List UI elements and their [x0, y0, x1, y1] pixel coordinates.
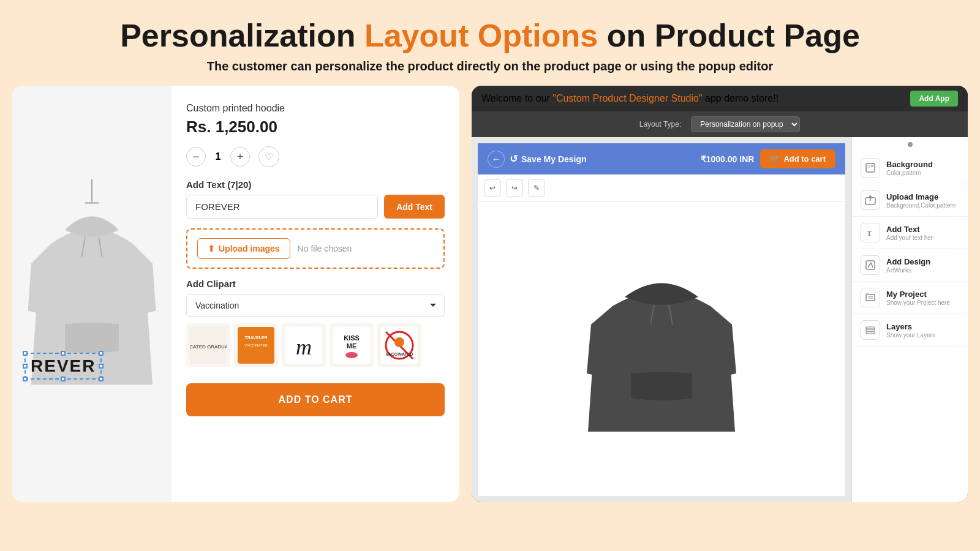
svg-text:VACCINATED: VACCINATED [244, 343, 268, 347]
popup-editor: ← ↺ Save My Design ₹1000.00 INR 🛒 Add to… [472, 137, 968, 502]
cart-icon: 🛒 [770, 154, 780, 163]
canvas-hoodie [582, 251, 741, 447]
save-design-button[interactable]: ↺ Save My Design [510, 153, 587, 165]
topbar-text2: app demo store!! [703, 93, 779, 103]
text-overlay: REVER [24, 353, 102, 380]
background-title: Background [886, 160, 933, 169]
canvas-display [478, 202, 845, 496]
layout-type-select[interactable]: Personalization on popup [691, 116, 800, 132]
upload-images-button[interactable]: ⬆ Upload images [197, 238, 290, 259]
popup-add-to-cart-label: Add to cart [783, 154, 826, 163]
redo-button[interactable]: ↪ [506, 179, 523, 197]
svg-point-18 [394, 337, 404, 347]
svg-line-29 [871, 263, 873, 268]
svg-text:m: m [296, 335, 312, 359]
upload-image-icon [861, 190, 880, 210]
svg-rect-33 [866, 329, 875, 331]
svg-text:KISS: KISS [344, 334, 360, 342]
page-subtitle: The customer can personalize the product… [12, 59, 968, 73]
editor-canvas-area: ← ↺ Save My Design ₹1000.00 INR 🛒 Add to… [472, 137, 851, 502]
title-part3: on Product Page [598, 18, 860, 53]
background-item-text: Background Color,pattern [886, 160, 933, 176]
clipart-item[interactable]: VACCINATED [377, 323, 421, 367]
layers-icon [861, 320, 880, 340]
product-price: Rs. 1,250.00 [186, 118, 445, 137]
editor-header: ← ↺ Save My Design ₹1000.00 INR 🛒 Add to… [478, 143, 845, 174]
price-label: ₹1000.00 INR [701, 154, 755, 164]
layers-title: Layers [886, 322, 935, 331]
popup-topbar: Welcome to our "Custom Product Designer … [472, 86, 968, 111]
svg-rect-24 [871, 165, 873, 167]
text-overlay-content: REVER [31, 356, 96, 375]
add-design-title: Add Design [886, 257, 930, 266]
page-title: Personalization Layout Options on Produc… [12, 18, 968, 53]
add-design-item-text: Add Design ArtWorks [886, 257, 930, 274]
sidebar-item-add-text[interactable]: T Add Text Add your text her [852, 217, 968, 249]
wishlist-button[interactable]: ♡ [258, 146, 279, 167]
my-project-subtitle: Show your Project here [886, 299, 950, 306]
clipart-item[interactable]: KISSME [330, 323, 374, 367]
clipart-item[interactable]: TRAVELERVACCINATED [234, 323, 278, 367]
topbar-highlight: "Custom Product Designer Studio" [552, 93, 702, 103]
edit-button[interactable]: ✎ [528, 179, 545, 197]
save-design-label: Save My Design [521, 154, 587, 164]
upload-image-item-text: Upload Image Background,Color,pattern [886, 192, 956, 209]
product-panel: REVER Custom printed hoodie Rs. 1,250.00… [12, 86, 459, 502]
my-project-item-text: My Project Show your Project here [886, 290, 950, 306]
upload-section: ⬆ Upload images No file chosen [186, 228, 445, 269]
upload-image-subtitle: Background,Color,pattern [886, 202, 956, 209]
svg-line-28 [868, 263, 871, 268]
clipart-item[interactable]: m [282, 323, 326, 367]
my-project-icon [861, 288, 880, 307]
popup-add-to-cart-button[interactable]: 🛒 Add to cart [760, 149, 835, 168]
clipart-section: Add Clipart Vaccination EDUCATED GRADUAT… [186, 279, 445, 367]
undo-button[interactable]: ↩ [484, 179, 501, 197]
add-text-item-text: Add Text Add your text her [886, 225, 933, 241]
add-text-subtitle: Add your text her [886, 234, 933, 241]
product-image-area: REVER [12, 86, 172, 502]
quantity-decrease-button[interactable]: − [186, 147, 206, 167]
svg-rect-23 [867, 165, 870, 168]
title-part2: Layout Options [364, 18, 598, 53]
quantity-increase-button[interactable]: + [230, 147, 250, 167]
upload-button-label: Upload images [219, 244, 280, 253]
svg-text:ME: ME [347, 342, 357, 350]
sidebar-item-background[interactable]: Background Color,pattern [852, 152, 968, 184]
popup-topbar-text: Welcome to our "Custom Product Designer … [481, 93, 778, 104]
clipart-dropdown[interactable]: Vaccination [186, 294, 445, 317]
text-input-row: Add Text [186, 195, 445, 219]
svg-rect-27 [866, 261, 875, 269]
add-text-label: Add Text (7|20) [186, 179, 445, 190]
svg-text:TRAVELER: TRAVELER [244, 335, 267, 340]
upload-icon: ⬆ [208, 244, 215, 253]
add-design-icon [861, 255, 880, 275]
my-project-title: My Project [886, 290, 950, 299]
add-text-icon: T [861, 223, 880, 242]
popup-toolbar: Layout Type: Personalization on popup [472, 111, 968, 137]
clipart-label: Add Clipart [186, 279, 445, 289]
page-header: Personalization Layout Options on Produc… [0, 0, 980, 86]
editor-tools-row: ↩ ↪ ✎ [478, 174, 845, 202]
add-app-button[interactable]: Add App [910, 91, 958, 107]
svg-text:EDUCATED GRADUATED: EDUCATED GRADUATED [190, 344, 227, 350]
product-name: Custom printed hoodie [186, 103, 445, 114]
clipart-item[interactable]: EDUCATED GRADUATED [186, 323, 230, 367]
quantity-value: 1 [212, 151, 224, 162]
svg-text:VACCINATED: VACCINATED [386, 352, 413, 356]
content-area: REVER Custom printed hoodie Rs. 1,250.00… [0, 86, 980, 502]
editor-back-button[interactable]: ← [488, 151, 505, 168]
sidebar-item-upload-image[interactable]: Upload Image Background,Color,pattern [852, 184, 968, 217]
product-hoodie-image [24, 165, 159, 422]
sidebar-item-my-project[interactable]: My Project Show your Project here [852, 282, 968, 314]
save-icon: ↺ [510, 153, 518, 165]
layers-item-text: Layers Show your Layers [886, 322, 935, 339]
add-to-cart-button[interactable]: ADD TO CART [186, 383, 445, 416]
sidebar-item-layers[interactable]: Layers Show your Layers [852, 314, 968, 347]
sidebar-item-add-design[interactable]: Add Design ArtWorks [852, 249, 968, 282]
add-text-button[interactable]: Add Text [384, 195, 445, 219]
text-input[interactable] [186, 195, 378, 219]
svg-text:T: T [867, 228, 872, 238]
quantity-row: − 1 + ♡ [186, 146, 445, 167]
product-details: Custom printed hoodie Rs. 1,250.00 − 1 +… [172, 86, 459, 502]
editor-sidebar: Background Color,pattern Upload Image Ba… [851, 137, 968, 502]
